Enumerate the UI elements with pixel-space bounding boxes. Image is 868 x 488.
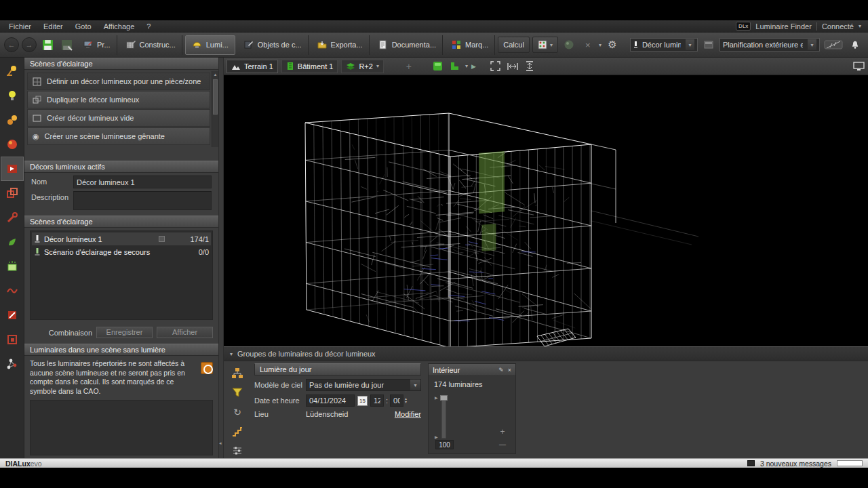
light-scenes-tool-button[interactable] xyxy=(1,157,24,181)
decor-select[interactable]: Décor lumineux 1 ▾ xyxy=(630,38,698,52)
calendar-icon[interactable]: 15 xyxy=(357,396,368,406)
refresh-groups-button[interactable]: ↻ xyxy=(230,405,245,420)
chevron-down-icon[interactable]: ▾ xyxy=(410,380,420,390)
crosshair-button[interactable]: + xyxy=(402,60,416,73)
fit-width-button[interactable] xyxy=(506,60,519,73)
actions-scrollbar[interactable]: ▴ xyxy=(212,71,218,147)
emergency-light-tool-button[interactable] xyxy=(1,254,24,279)
menu-fichier[interactable]: Fichier xyxy=(3,21,37,32)
panel-collapse-handle[interactable]: ◂ xyxy=(218,58,224,458)
measure-button[interactable] xyxy=(823,37,844,53)
minute-input[interactable] xyxy=(390,394,403,407)
energy-tool-button[interactable] xyxy=(1,230,24,254)
display-output-button[interactable] xyxy=(852,60,865,73)
chevron-down-icon[interactable]: ▾ xyxy=(465,63,468,69)
calcul-button[interactable]: Calcul xyxy=(498,37,530,53)
tab-exportation[interactable]: Exporta... xyxy=(311,35,370,55)
scene-checkbox[interactable] xyxy=(159,236,165,242)
render-button[interactable] xyxy=(561,37,577,53)
luminaire-groups-header[interactable]: ▾ Groupes de luminaires du décor lumineu… xyxy=(224,347,868,361)
create-empty-decor-action[interactable]: Créer décor lumineux vide xyxy=(27,109,210,127)
scroll-up-icon[interactable]: ▴ xyxy=(212,71,218,78)
cancel-calc-button[interactable]: × xyxy=(580,37,596,53)
lamp-tool-button[interactable] xyxy=(1,83,24,108)
filter-button[interactable] xyxy=(230,386,245,401)
spot-tool-button[interactable] xyxy=(1,108,24,132)
hour-input[interactable] xyxy=(370,394,384,407)
copy-tool-button[interactable] xyxy=(1,181,24,205)
description-input[interactable] xyxy=(73,191,212,210)
define-decor-action[interactable]: Définir un décor lumineux pour une pièce… xyxy=(27,73,210,90)
cad-viewport[interactable] xyxy=(224,75,868,346)
tab-documentation[interactable]: Documenta... xyxy=(372,35,443,55)
duplicate-decor-action[interactable]: Dupliquer le décor lumineux xyxy=(27,91,210,108)
app-logo-suffix: evo xyxy=(31,460,42,468)
menu-affichage[interactable]: Affichage xyxy=(98,21,141,32)
menu-editer[interactable]: Editer xyxy=(37,21,69,32)
building-button[interactable]: Bâtiment 1 xyxy=(281,60,338,73)
play-icon[interactable]: ▶ xyxy=(471,63,476,70)
dim-slider-track[interactable] xyxy=(441,396,446,439)
tab-lumiere[interactable]: Lumi... xyxy=(185,35,235,55)
time-spinner[interactable]: ▴ ▾ xyxy=(405,397,407,404)
curve-tool-button[interactable] xyxy=(1,279,24,303)
back-button[interactable]: ← xyxy=(4,37,19,52)
terrain-button[interactable]: Terrain 1 xyxy=(226,60,278,73)
luminaire-finder-link[interactable]: Luminaire Finder xyxy=(755,22,812,30)
create-glare-scene-action[interactable]: ◉ Créer une scène lumineuse gênante xyxy=(27,127,210,145)
decrease-button[interactable]: — xyxy=(499,441,506,448)
save-as-button[interactable] xyxy=(58,37,75,53)
show-scene-button[interactable]: Afficher xyxy=(157,327,213,338)
zone-tool-button[interactable] xyxy=(1,327,24,352)
scene-row-decor[interactable]: Décor lumineux 1 174/1 xyxy=(32,232,211,245)
chevron-down-icon[interactable]: ▾ xyxy=(808,39,816,50)
window-layout-button[interactable] xyxy=(701,37,717,53)
notifications-button[interactable] xyxy=(847,37,863,53)
tab-objets[interactable]: Objets de c... xyxy=(238,35,309,55)
marking-tool-button[interactable] xyxy=(1,303,24,327)
close-icon[interactable]: × xyxy=(508,365,511,375)
chevron-down-icon[interactable]: ▾ xyxy=(599,42,601,48)
modify-location-link[interactable]: Modifier xyxy=(395,410,421,418)
daylight-tool-button[interactable] xyxy=(1,59,24,83)
settings-button[interactable]: ⚙ xyxy=(604,37,620,53)
tab-projet[interactable]: Pr... xyxy=(77,35,117,55)
dim-slider-handle[interactable] xyxy=(440,395,448,401)
chevron-down-icon[interactable]: ▾ xyxy=(376,63,379,69)
name-input[interactable] xyxy=(73,176,212,188)
tab-marquage[interactable]: Marq... xyxy=(446,35,495,55)
calc-options-button[interactable]: ▾ xyxy=(532,37,558,53)
scrollbar-thumb[interactable] xyxy=(213,79,218,115)
planning-select[interactable]: Planification extérieure e... ▾ xyxy=(719,38,820,52)
pin-icon[interactable]: ✎ xyxy=(498,365,504,375)
chevron-down-icon[interactable]: ▾ xyxy=(859,23,861,29)
group-hierarchy-button[interactable] xyxy=(230,366,245,381)
maintenance-tool-button[interactable] xyxy=(1,205,24,230)
dim-value-box[interactable]: 100 xyxy=(435,440,454,449)
save-scene-button[interactable]: Enregistrer xyxy=(96,327,153,338)
chevron-down-icon[interactable]: ▾ xyxy=(686,39,694,50)
sky-model-select[interactable]: Pas de lumière du jour ▾ xyxy=(306,379,421,391)
forward-icon: → xyxy=(26,41,33,49)
network-tool-button[interactable] xyxy=(1,352,24,376)
activate-view-button[interactable] xyxy=(431,60,445,73)
floor-view-button[interactable] xyxy=(448,60,462,73)
menu-help[interactable]: ? xyxy=(140,21,157,32)
increase-button[interactable]: + xyxy=(499,427,506,436)
scene-row-secours[interactable]: Scénario d'éclairage de secours 0/0 xyxy=(32,245,211,258)
forward-button[interactable]: → xyxy=(22,37,37,52)
chevron-down-icon[interactable]: ▾ xyxy=(550,42,553,48)
date-input[interactable] xyxy=(306,394,355,407)
fullscreen-button[interactable] xyxy=(489,60,502,73)
connection-status[interactable]: Connecté xyxy=(822,22,854,30)
dimmer-button[interactable] xyxy=(230,443,245,458)
save-button[interactable] xyxy=(39,37,56,53)
menu-goto[interactable]: Goto xyxy=(69,21,98,32)
messages-link[interactable]: 3 nouveaux messages xyxy=(760,460,831,468)
level-select[interactable]: R+2 ▾ xyxy=(341,60,384,73)
spin-down-icon[interactable]: ▾ xyxy=(405,401,407,404)
tab-construction[interactable]: Construc... xyxy=(120,35,182,55)
fit-height-button[interactable] xyxy=(523,60,536,73)
sphere-tool-button[interactable] xyxy=(1,132,24,157)
levels-button[interactable] xyxy=(230,424,245,439)
